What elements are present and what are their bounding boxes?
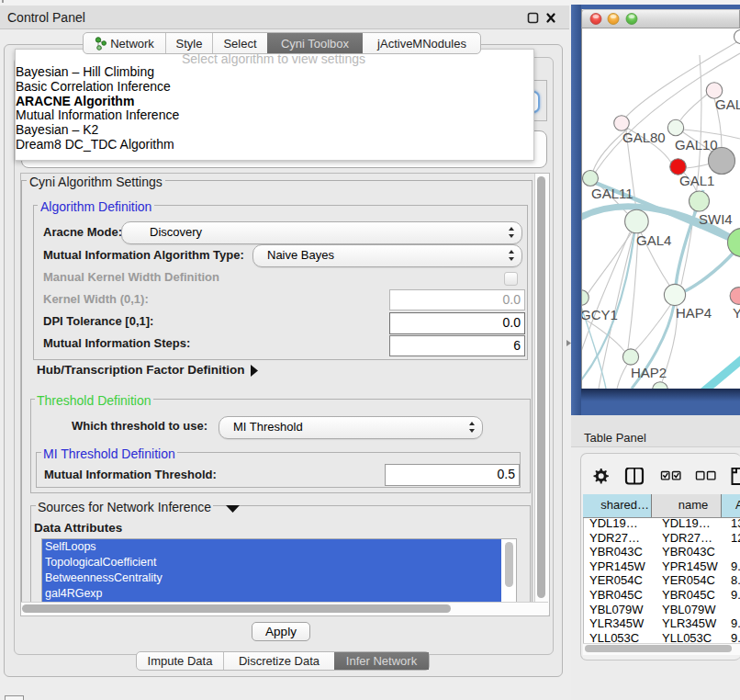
- svg-text:Y: Y: [733, 305, 740, 321]
- svg-text:GAL80: GAL80: [622, 130, 666, 145]
- svg-text:GAL7: GAL7: [715, 96, 740, 112]
- svg-text:GAL11: GAL11: [591, 186, 633, 201]
- svg-text:GAL10: GAL10: [675, 137, 718, 152]
- svg-text:HAP2: HAP2: [631, 365, 667, 380]
- svg-text:GAL1: GAL1: [679, 173, 714, 188]
- svg-text:SWI4: SWI4: [699, 211, 733, 227]
- svg-text:GAL4: GAL4: [636, 232, 671, 248]
- svg-text:GCY1: GCY1: [582, 307, 618, 322]
- svg-text:HAP4: HAP4: [676, 305, 712, 321]
